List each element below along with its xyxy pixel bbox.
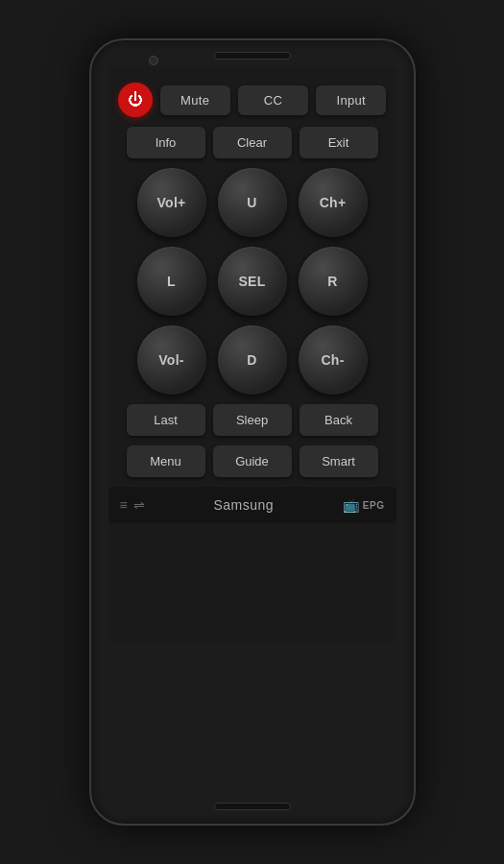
channel-icon: ⇌	[133, 497, 145, 513]
sleep-button[interactable]: Sleep	[213, 404, 292, 436]
input-button[interactable]: Input	[316, 85, 386, 115]
exit-button[interactable]: Exit	[300, 127, 378, 158]
phone-bottom	[214, 643, 291, 824]
up-button[interactable]: U	[218, 168, 287, 237]
mute-button[interactable]: Mute	[160, 85, 230, 115]
right-button[interactable]: R	[299, 247, 368, 316]
vol-minus-button[interactable]: Vol-	[137, 325, 206, 395]
brand-label: Samsung	[213, 497, 274, 513]
last-button[interactable]: Last	[127, 404, 205, 436]
row-power-controls: ⏻ Mute CC Input	[118, 83, 387, 117]
power-icon: ⏻	[128, 92, 143, 108]
bottom-bar-left: ≡ ⇌	[120, 497, 145, 513]
phone-top-bar	[91, 40, 414, 67]
ch-minus-button[interactable]: Ch-	[299, 325, 368, 395]
bottom-bar: ≡ ⇌ Samsung 📺 EPG	[108, 487, 396, 523]
clear-button[interactable]: Clear	[213, 127, 292, 158]
camera-dot	[149, 56, 158, 65]
row-menu-guide-smart: Menu Guide Smart	[118, 445, 387, 477]
row-left-sel-right: L SEL R	[118, 247, 387, 316]
row-vol-up-ch: Vol+ U Ch+	[118, 168, 387, 237]
cc-button[interactable]: CC	[238, 85, 308, 115]
power-button[interactable]: ⏻	[118, 83, 153, 117]
guide-button[interactable]: Guide	[213, 445, 292, 477]
bottom-bar-right: 📺 EPG	[343, 497, 385, 513]
epg-label: EPG	[363, 500, 385, 511]
info-button[interactable]: Info	[127, 127, 205, 158]
smart-button[interactable]: Smart	[300, 445, 378, 477]
row-vol-down-ch: Vol- D Ch-	[118, 325, 387, 395]
list-icon: ≡	[120, 497, 128, 513]
speaker-grille	[214, 52, 291, 60]
down-button[interactable]: D	[218, 325, 287, 395]
row-last-sleep-back: Last Sleep Back	[118, 404, 387, 436]
vol-plus-button[interactable]: Vol+	[137, 168, 206, 237]
row-info-controls: Info Clear Exit	[118, 127, 387, 158]
home-bar	[214, 803, 291, 810]
sel-button[interactable]: SEL	[218, 247, 287, 316]
menu-button[interactable]: Menu	[127, 445, 205, 477]
tv-icon: 📺	[343, 497, 359, 513]
back-button[interactable]: Back	[300, 404, 378, 436]
phone-frame: ⏻ Mute CC Input Info Clear Exit Vol+ U C…	[89, 38, 416, 826]
remote-screen: ⏻ Mute CC Input Info Clear Exit Vol+ U C…	[108, 67, 396, 643]
ch-plus-button[interactable]: Ch+	[299, 168, 368, 237]
left-button[interactable]: L	[137, 247, 206, 316]
